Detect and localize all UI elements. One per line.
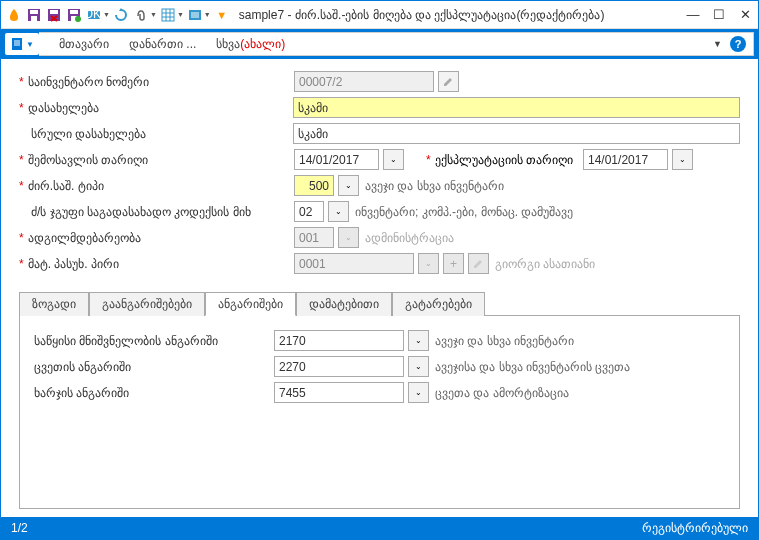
- menu-main[interactable]: მთავარი: [59, 37, 109, 51]
- tax-group-dropdown-button[interactable]: ⌄: [328, 201, 349, 222]
- tab-accounts[interactable]: ანგარიშები: [205, 292, 296, 316]
- type-field[interactable]: [294, 175, 334, 196]
- menu-expand-icon[interactable]: ▼: [713, 39, 722, 49]
- loc-field: [294, 227, 334, 248]
- name-field[interactable]: [293, 97, 740, 118]
- income-date-picker-button[interactable]: ⌄: [383, 149, 404, 170]
- form: *საინვენტარო ნომერი *დასახელება სრული და…: [1, 59, 758, 285]
- svg-point-8: [75, 16, 81, 22]
- inv-no-label: საინვენტარო ნომერი: [28, 75, 149, 89]
- app-icon[interactable]: [5, 6, 23, 24]
- titlebar: OK! ▼ ▼ ▼ ▼ ▼ sample7 - ძირ.საშ.-ების მი…: [1, 1, 758, 29]
- svg-rect-6: [70, 10, 78, 14]
- help-icon[interactable]: ?: [730, 36, 746, 52]
- resp-desc: გიორგი ასათიანი: [495, 257, 595, 271]
- depr-acc-label: ცვეთის ანგარიში: [34, 360, 131, 374]
- loc-label: ადგილმდებარეობა: [28, 231, 141, 245]
- dropdown-arrow-icon[interactable]: ▼: [177, 11, 184, 18]
- exploit-date-field[interactable]: [583, 149, 668, 170]
- tab-body: საწყისი მნიშვნელობის ანგარიში ⌄ ავეჯი და…: [19, 316, 740, 509]
- depr-acc-field[interactable]: [274, 356, 404, 377]
- tab-entries[interactable]: გატარებები: [392, 292, 485, 316]
- menu-extra[interactable]: სხვა(ახალი): [216, 37, 285, 51]
- status-state: რეგისტრირებული: [642, 521, 748, 535]
- tabs: ზოგადი გაანგარიშებები ანგარიშები დამატებ…: [19, 291, 740, 316]
- menu-attachment[interactable]: დანართი ...: [129, 37, 196, 51]
- svg-rect-4: [50, 10, 58, 14]
- refresh-icon[interactable]: [112, 6, 130, 24]
- dropdown-arrow-icon[interactable]: ▼: [204, 11, 211, 18]
- loc-desc: ადმინისტრაცია: [365, 231, 454, 245]
- resp-field: [294, 253, 414, 274]
- svg-text:OK!: OK!: [87, 8, 101, 21]
- save-close-icon[interactable]: [45, 6, 63, 24]
- list-icon[interactable]: [186, 6, 204, 24]
- depr-acc-dropdown-button[interactable]: ⌄: [408, 356, 429, 377]
- status-page: 1/2: [11, 521, 28, 535]
- resp-edit-button: [468, 253, 489, 274]
- menu-doc-button[interactable]: ▼: [5, 33, 39, 55]
- tab-additional[interactable]: დამატებითი: [296, 292, 392, 316]
- dropdown-arrow-icon[interactable]: ▼: [150, 11, 157, 18]
- tax-group-field[interactable]: [294, 201, 324, 222]
- type-desc: ავეჯი და სხვა ინვენტარი: [365, 179, 504, 193]
- exp-acc-desc: ცვეთა და ამორტიზაცია: [435, 386, 569, 400]
- income-date-field[interactable]: [294, 149, 379, 170]
- type-dropdown-button[interactable]: ⌄: [338, 175, 359, 196]
- save-icon[interactable]: [25, 6, 43, 24]
- window-controls: — ☐ ✕: [686, 8, 752, 22]
- svg-rect-1: [30, 10, 38, 14]
- exploit-date-label: ექსპლუატაციის თარიღი: [435, 153, 573, 167]
- dropdown-arrow-icon[interactable]: ▼: [103, 11, 110, 18]
- init-acc-label: საწყისი მნიშვნელობის ანგარიში: [34, 334, 218, 348]
- exp-acc-dropdown-button[interactable]: ⌄: [408, 382, 429, 403]
- pin-icon[interactable]: ▼: [213, 6, 231, 24]
- tax-group-label: ძ/ს ჯგუფი საგადასახადო კოდექსის მიხ: [31, 205, 251, 219]
- depr-acc-desc: ავეჯისა და სხვა ინვენტარის ცვეთა: [435, 360, 630, 374]
- tax-group-desc: ინვენტარი; კომპ.-ები, მონაც. დამუშავე: [355, 205, 573, 219]
- tab-general[interactable]: ზოგადი: [19, 292, 89, 316]
- svg-rect-11: [162, 9, 174, 21]
- exp-acc-label: ხარჯის ანგარიში: [34, 386, 129, 400]
- statusbar: 1/2 რეგისტრირებული: [1, 517, 758, 539]
- register-icon[interactable]: OK!: [85, 6, 103, 24]
- init-acc-field[interactable]: [274, 330, 404, 351]
- resp-label: მატ. პასუხ. პირი: [28, 257, 119, 271]
- maximize-button[interactable]: ☐: [712, 8, 726, 22]
- inv-no-field: [294, 71, 434, 92]
- inv-no-edit-button[interactable]: [438, 71, 459, 92]
- exp-acc-field[interactable]: [274, 382, 404, 403]
- resp-add-button: +: [443, 253, 464, 274]
- menubar: ▼ მთავარი დანართი ... სხვა(ახალი) ▼ ?: [1, 29, 758, 59]
- minimize-button[interactable]: —: [686, 8, 700, 22]
- save-new-icon[interactable]: [65, 6, 83, 24]
- toolbar: OK! ▼ ▼ ▼ ▼ ▼: [5, 6, 231, 24]
- loc-dropdown-button: ⌄: [338, 227, 359, 248]
- full-name-field[interactable]: [293, 123, 740, 144]
- init-acc-dropdown-button[interactable]: ⌄: [408, 330, 429, 351]
- svg-rect-2: [31, 16, 37, 21]
- close-button[interactable]: ✕: [738, 8, 752, 22]
- grid-icon[interactable]: [159, 6, 177, 24]
- window-title: sample7 - ძირ.საშ.-ების მიღება და ექსპლუ…: [239, 8, 605, 22]
- tab-calculations[interactable]: გაანგარიშებები: [89, 292, 205, 316]
- full-name-label: სრული დასახელება: [31, 127, 146, 141]
- init-acc-desc: ავეჯი და სხვა ინვენტარი: [435, 334, 574, 348]
- svg-rect-20: [12, 38, 22, 50]
- type-label: ძირ.საშ. ტიპი: [28, 179, 104, 193]
- exploit-date-picker-button[interactable]: ⌄: [672, 149, 693, 170]
- attach-icon[interactable]: [132, 6, 150, 24]
- name-label: დასახელება: [28, 101, 99, 115]
- resp-dropdown-button: ⌄: [418, 253, 439, 274]
- income-date-label: შემოსავლის თარიღი: [28, 153, 148, 167]
